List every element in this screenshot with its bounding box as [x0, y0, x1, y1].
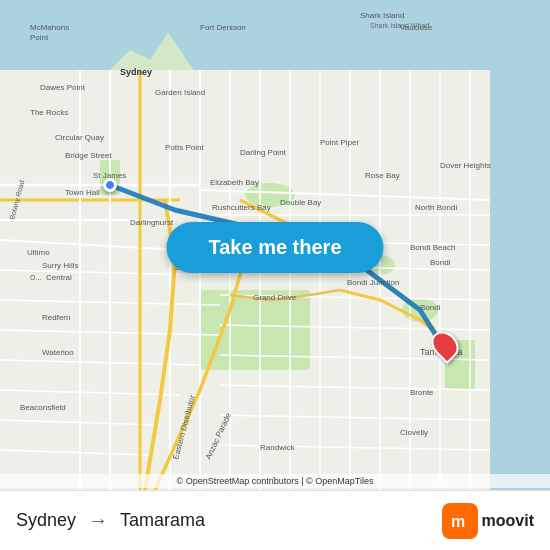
svg-text:Elizabeth Bay: Elizabeth Bay [210, 178, 259, 187]
svg-rect-1 [0, 70, 490, 490]
svg-text:Randwick: Randwick [260, 443, 296, 452]
svg-text:Central: Central [46, 273, 72, 282]
svg-text:O...: O... [30, 274, 41, 281]
svg-text:Redfern: Redfern [42, 313, 70, 322]
svg-text:Shark Island Wharf: Shark Island Wharf [370, 22, 430, 29]
moovit-logo: m moovit [442, 503, 534, 539]
destination-marker [433, 330, 457, 360]
svg-text:Bondi: Bondi [420, 303, 441, 312]
moovit-icon: m [442, 503, 478, 539]
svg-line-14 [0, 330, 220, 335]
svg-line-12 [0, 270, 200, 275]
svg-text:The Rocks: The Rocks [30, 108, 68, 117]
svg-text:Eastern Distributor: Eastern Distributor [171, 394, 197, 461]
svg-text:Shark Island: Shark Island [360, 11, 404, 20]
svg-line-15 [0, 360, 200, 365]
svg-text:Vaucluse: Vaucluse [400, 23, 433, 32]
bottom-bar: Sydney → Tamarama m moovit [0, 490, 550, 550]
svg-line-17 [0, 420, 160, 425]
origin-marker [103, 178, 117, 192]
moovit-text: moovit [482, 512, 534, 530]
svg-text:Fort Denison: Fort Denison [200, 23, 246, 32]
svg-line-26 [220, 385, 490, 390]
svg-text:Rose Bay: Rose Bay [365, 171, 400, 180]
svg-text:Waterloo: Waterloo [42, 348, 74, 357]
svg-text:Bronte: Bronte [410, 388, 434, 397]
svg-text:Dawes Point: Dawes Point [40, 83, 86, 92]
route-info: Sydney → Tamarama [16, 509, 442, 532]
svg-text:Rushcutters Bay: Rushcutters Bay [212, 203, 271, 212]
svg-text:North Bondi: North Bondi [415, 203, 457, 212]
svg-line-27 [220, 415, 490, 420]
svg-text:McMahons: McMahons [30, 23, 69, 32]
svg-text:Beaconsfield: Beaconsfield [20, 403, 66, 412]
svg-text:Double Bay: Double Bay [280, 198, 321, 207]
svg-line-18 [0, 450, 150, 455]
svg-text:Sydney: Sydney [120, 67, 152, 77]
svg-line-19 [200, 190, 490, 200]
svg-text:Darlinghurst: Darlinghurst [130, 218, 174, 227]
svg-text:Potts Point: Potts Point [165, 143, 204, 152]
svg-text:Bondi Beach: Bondi Beach [410, 243, 455, 252]
svg-text:Bondi Junction: Bondi Junction [347, 278, 399, 287]
svg-text:m: m [451, 513, 465, 530]
svg-text:Surry Hills: Surry Hills [42, 261, 78, 270]
svg-text:Anzac Parade: Anzac Parade [204, 411, 234, 461]
svg-text:Bridge Street: Bridge Street [65, 151, 112, 160]
route-to: Tamarama [120, 510, 205, 531]
svg-text:Garden Island: Garden Island [155, 88, 205, 97]
svg-text:Clovelly: Clovelly [400, 428, 428, 437]
take-me-there-button[interactable]: Take me there [166, 222, 383, 273]
svg-text:Point: Point [30, 33, 49, 42]
svg-text:Point Piper: Point Piper [320, 138, 359, 147]
route-from: Sydney [16, 510, 76, 531]
svg-text:Dover Heights: Dover Heights [440, 161, 491, 170]
svg-text:Town Hall: Town Hall [65, 188, 100, 197]
map-attribution: © OpenStreetMap contributors | © OpenMap… [0, 474, 550, 488]
svg-point-5 [402, 298, 438, 322]
svg-line-13 [0, 300, 220, 305]
svg-line-28 [220, 445, 490, 450]
svg-rect-2 [200, 290, 310, 370]
route-arrow-icon: → [88, 509, 108, 532]
svg-line-11 [0, 240, 180, 250]
svg-line-23 [220, 295, 490, 300]
svg-text:Botany Road: Botany Road [8, 179, 26, 220]
svg-text:Ultimo: Ultimo [27, 248, 50, 257]
svg-line-16 [0, 390, 180, 395]
svg-text:Circular Quay: Circular Quay [55, 133, 104, 142]
svg-point-4 [245, 183, 295, 207]
svg-text:Bondi: Bondi [430, 258, 451, 267]
map-container: McMahons Point Sydney Fort Denison Vaucl… [0, 0, 550, 490]
svg-text:Darling Point: Darling Point [240, 148, 287, 157]
svg-text:Grand Drive: Grand Drive [253, 293, 297, 302]
